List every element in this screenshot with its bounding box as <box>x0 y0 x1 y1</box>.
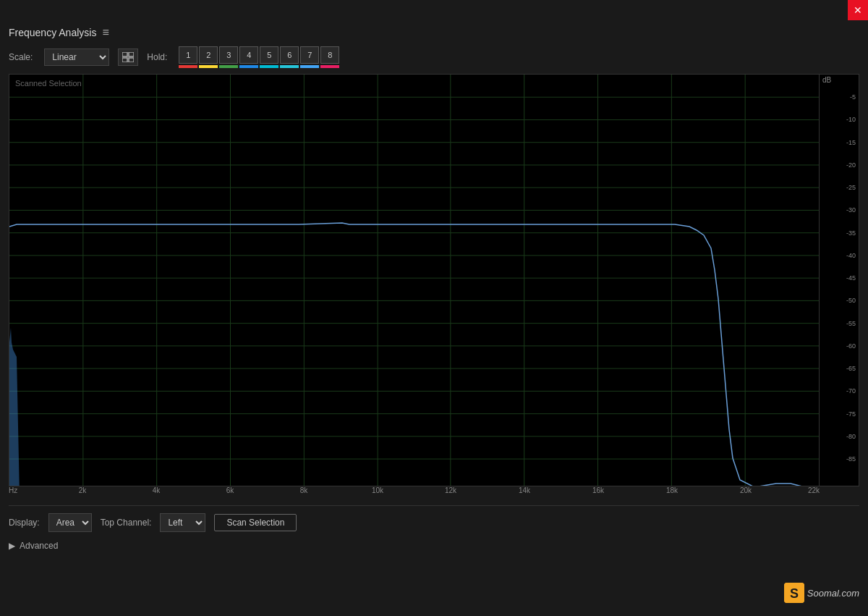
db-label-15: -15 <box>846 139 856 146</box>
db-header: dB <box>822 76 831 84</box>
hold-btn-7[interactable]: 7 <box>300 46 319 68</box>
advanced-arrow-icon: ▶ <box>9 541 15 551</box>
advanced-label: Advanced <box>20 541 58 551</box>
chart-label: Scanned Selection <box>15 79 82 88</box>
svg-marker-32 <box>9 328 20 486</box>
db-label-80: -80 <box>846 433 856 440</box>
channel-label: Top Channel: <box>101 518 152 528</box>
hold-btn-1[interactable]: 1 <box>179 46 197 68</box>
hold-btn-8[interactable]: 8 <box>320 46 339 68</box>
freq-hz: Hz <box>9 486 17 494</box>
hold-btn-label-7[interactable]: 7 <box>300 46 319 64</box>
scan-selection-button[interactable]: Scan Selection <box>214 514 297 531</box>
display-label: Display: <box>9 518 40 528</box>
db-label-75: -75 <box>846 410 856 418</box>
chart-container: Scanned Selection <box>9 74 859 486</box>
y-axis: dB -5 -10 -15 -20 -25 -30 -35 -40 -45 -5… <box>820 74 859 486</box>
hold-btn-2[interactable]: 2 <box>199 46 218 68</box>
hold-btn-label-6[interactable]: 6 <box>280 46 299 64</box>
svg-rect-2 <box>122 58 127 62</box>
x-axis-row: Hz 2k 4k 6k 8k 10k 12k 14k 16k 18k 20k 2… <box>9 486 859 502</box>
advanced-row[interactable]: ▶ Advanced <box>9 538 859 554</box>
close-button[interactable]: ✕ <box>848 0 868 20</box>
freq-22k: 22k <box>808 486 820 494</box>
hold-btn-5[interactable]: 5 <box>260 46 278 68</box>
hold-btn-6[interactable]: 6 <box>280 46 299 68</box>
hold-btn-label-8[interactable]: 8 <box>320 46 339 64</box>
main-panel: Frequency Analysis ≡ Scale: Linear Logar… <box>0 20 868 554</box>
menu-icon[interactable]: ≡ <box>102 26 109 39</box>
bottom-controls: Display: Area Line Bar Top Channel: Left… <box>9 505 859 538</box>
hold-label: Hold: <box>147 52 167 62</box>
svg-text:S: S <box>790 586 799 601</box>
panel-title: Frequency Analysis <box>9 27 96 38</box>
db-label-50: -50 <box>846 297 856 304</box>
freq-18k: 18k <box>666 486 678 494</box>
db-label-60: -60 <box>846 342 856 350</box>
hold-btn-label-3[interactable]: 3 <box>219 46 238 64</box>
spectrum-svg <box>9 75 819 486</box>
logo: S Soomal.com <box>784 583 859 603</box>
freq-4k: 4k <box>153 486 161 494</box>
db-label-55: -55 <box>846 320 856 327</box>
logo-text: Soomal.com <box>807 588 859 599</box>
view-icon-button[interactable] <box>118 48 138 66</box>
freq-16k: 16k <box>592 486 604 494</box>
hold-btn-label-5[interactable]: 5 <box>260 46 278 64</box>
db-label-35: -35 <box>846 229 856 237</box>
chart-area: Scanned Selection <box>9 74 820 486</box>
freq-20k: 20k <box>740 486 752 494</box>
display-select[interactable]: Area Line Bar <box>48 513 92 532</box>
db-label-30: -30 <box>846 206 856 214</box>
freq-6k: 6k <box>226 486 234 494</box>
svg-rect-0 <box>122 52 127 56</box>
x-axis: Hz 2k 4k 6k 8k 10k 12k 14k 16k 18k 20k 2… <box>9 486 820 502</box>
scale-select[interactable]: Linear Logarithmic <box>44 48 109 66</box>
db-label-25: -25 <box>846 184 856 191</box>
db-label-45: -45 <box>846 274 856 282</box>
db-label-40: -40 <box>846 252 856 259</box>
scale-label: Scale: <box>9 52 33 62</box>
svg-rect-1 <box>129 52 134 56</box>
hold-btn-label-4[interactable]: 4 <box>239 46 258 64</box>
panel-header: Frequency Analysis ≡ <box>9 26 859 39</box>
db-label-70: -70 <box>846 387 856 395</box>
db-label-20: -20 <box>846 161 856 169</box>
db-label-10: -10 <box>846 116 856 123</box>
freq-8k: 8k <box>300 486 308 494</box>
freq-12k: 12k <box>445 486 456 494</box>
freq-2k: 2k <box>79 486 87 494</box>
controls-row: Scale: Linear Logarithmic Hold: 1 2 <box>9 46 859 68</box>
svg-rect-3 <box>129 58 134 62</box>
hold-btn-4[interactable]: 4 <box>239 46 258 68</box>
db-label-65: -65 <box>846 365 856 372</box>
db-label-5: -5 <box>850 93 856 101</box>
freq-14k: 14k <box>519 486 530 494</box>
hold-buttons: 1 2 3 4 5 6 7 <box>179 46 339 68</box>
freq-10k: 10k <box>372 486 383 494</box>
logo-icon: S <box>784 583 804 603</box>
hold-btn-3[interactable]: 3 <box>219 46 238 68</box>
hold-btn-label-1[interactable]: 1 <box>179 46 197 64</box>
hold-btn-label-2[interactable]: 2 <box>199 46 218 64</box>
db-label-85: -85 <box>846 455 856 463</box>
titlebar: ✕ <box>0 0 868 20</box>
channel-select[interactable]: Left Right Mix <box>160 513 205 532</box>
